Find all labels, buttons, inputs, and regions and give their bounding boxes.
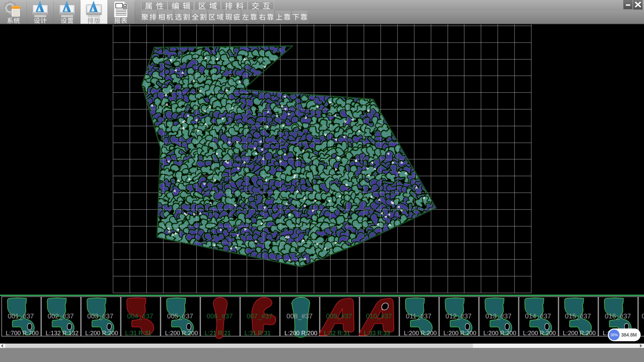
svg-text:L:132 R:132: L:132 R:132	[46, 330, 78, 337]
svg-text:015_#37: 015_#37	[565, 312, 591, 320]
svg-text:384.8M: 384.8M	[621, 332, 637, 338]
svg-text:38%: 38%	[610, 333, 618, 337]
svg-text:009_#37: 009_#37	[326, 312, 352, 320]
svg-text:L:33 R:33: L:33 R:33	[364, 330, 390, 337]
svg-text:002_#37: 002_#37	[48, 312, 74, 320]
svg-text:012_#37: 012_#37	[445, 312, 472, 320]
svg-text:001_#37: 001_#37	[8, 312, 34, 320]
svg-text:004_#37: 004_#37	[127, 312, 153, 320]
svg-text:L:200 R:200: L:200 R:200	[443, 330, 476, 337]
svg-text:L:31 R:31: L:31 R:31	[245, 330, 271, 337]
svg-text:003_#37: 003_#37	[87, 312, 113, 320]
svg-text:L:32 R:31: L:32 R:31	[324, 330, 350, 337]
svg-text:L:31 R:31: L:31 R:31	[125, 330, 151, 337]
svg-text:L:200 R:200: L:200 R:200	[404, 330, 437, 337]
svg-text:L:200 R:200: L:200 R:200	[85, 330, 118, 337]
svg-text:005_#37: 005_#37	[167, 312, 193, 320]
svg-text:L:700 R:700: L:700 R:700	[6, 330, 39, 337]
svg-text:007_#37: 007_#37	[247, 312, 273, 320]
svg-text:016_#37: 016_#37	[605, 312, 631, 320]
svg-text:L:200 R:200: L:200 R:200	[523, 330, 556, 337]
svg-text:L:200 R:200: L:200 R:200	[165, 330, 198, 337]
svg-text:013_#37: 013_#37	[485, 312, 512, 320]
svg-text:008_#37: 008_#37	[286, 312, 313, 320]
svg-text:L:200 R:200: L:200 R:200	[563, 330, 596, 337]
svg-text:0: 0	[642, 312, 644, 320]
svg-text:L:21 R:21: L:21 R:21	[205, 330, 231, 337]
svg-text:L:200 R:200: L:200 R:200	[284, 330, 317, 337]
svg-text:011_#37: 011_#37	[406, 312, 431, 320]
svg-text:010_#37: 010_#37	[366, 312, 392, 320]
svg-text:L:200 R:200: L:200 R:200	[483, 330, 516, 337]
svg-text:006_#37: 006_#37	[207, 312, 233, 320]
svg-text:014_#37: 014_#37	[525, 312, 551, 320]
